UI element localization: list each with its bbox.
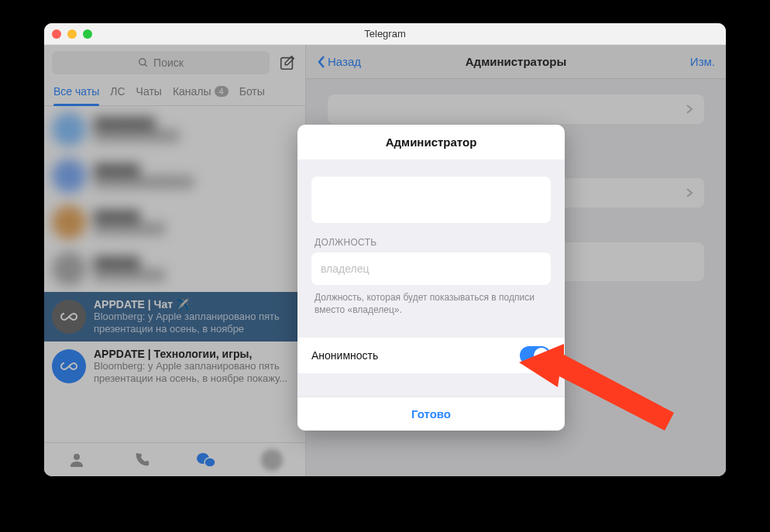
done-button[interactable]: Готово — [297, 396, 565, 431]
settings-tab[interactable] — [261, 449, 283, 471]
avatar — [52, 300, 86, 334]
search-row: Поиск — [44, 45, 305, 79]
back-label: Назад — [328, 55, 361, 68]
chats-icon — [196, 451, 216, 469]
bottom-bar — [44, 442, 305, 476]
chat-text: APPDATE | Чат ✈️ Bloomberg: у Apple запл… — [94, 298, 297, 335]
chevron-right-icon — [686, 104, 693, 115]
modal-divider — [297, 373, 565, 396]
svg-point-3 — [74, 454, 80, 460]
chat-preview: Bloomberg: у Apple запланировано пять пр… — [94, 311, 297, 335]
tab-label: Все чаты — [53, 85, 99, 98]
tab-label: Боты — [239, 85, 265, 98]
modal-title: Администратор — [297, 125, 565, 160]
role-section-label: ДОЛЖНОСТЬ — [311, 237, 551, 248]
minimize-window-button[interactable] — [67, 29, 77, 39]
chats-tab[interactable] — [196, 450, 216, 470]
role-hint: Должность, которая будет показываться в … — [311, 290, 551, 328]
tab-all-chats[interactable]: Все чаты — [53, 79, 99, 105]
search-placeholder: Поиск — [153, 57, 184, 69]
avatar — [52, 349, 86, 383]
detail-title: Администраторы — [306, 55, 726, 68]
modal-body: ДОЛЖНОСТЬ Должность, которая будет показ… — [297, 160, 565, 338]
chat-title: APPDATE | Технологии, игры, — [94, 348, 297, 360]
tab-badge: 4 — [215, 86, 229, 97]
chat-preview: Bloomberg: у Apple запланировано пять пр… — [94, 360, 297, 385]
svg-point-0 — [139, 59, 146, 65]
role-input-wrap — [311, 252, 551, 285]
close-window-button[interactable] — [52, 29, 61, 39]
anonymity-row: Анонимность — [297, 338, 565, 373]
chat-text: APPDATE | Технологии, игры, Bloomberg: у… — [94, 348, 297, 385]
role-input[interactable] — [321, 263, 541, 275]
search-input[interactable]: Поиск — [52, 51, 270, 74]
edit-button[interactable]: Изм. — [690, 55, 715, 68]
contacts-tab[interactable] — [67, 450, 87, 470]
tab-chats[interactable]: Чаты — [136, 79, 162, 105]
svg-point-5 — [205, 458, 215, 467]
app-window: Telegram Поиск Все чаты ЛС Чаты Каналы — [44, 23, 726, 476]
chat-title: APPDATE | Чат ✈️ — [94, 298, 297, 311]
person-icon — [67, 451, 86, 469]
sidebar: Поиск Все чаты ЛС Чаты Каналы 4 Боты — [44, 45, 306, 476]
tab-bots[interactable]: Боты — [239, 79, 265, 105]
search-icon — [138, 57, 149, 68]
infinity-icon — [60, 357, 78, 376]
admin-modal: Администратор ДОЛЖНОСТЬ Должность, котор… — [297, 125, 565, 431]
svg-rect-2 — [281, 58, 293, 70]
detail-row[interactable] — [328, 94, 704, 124]
chat-list-blurred: ████████████████████ ███████████████████… — [44, 106, 305, 292]
window-title: Telegram — [44, 28, 726, 39]
anonymity-label: Анонимность — [311, 349, 378, 362]
infinity-icon — [60, 307, 78, 326]
phone-icon — [133, 451, 150, 469]
chat-item-selected[interactable]: APPDATE | Чат ✈️ Bloomberg: у Apple запл… — [44, 292, 305, 342]
folder-tabs: Все чаты ЛС Чаты Каналы 4 Боты — [44, 79, 305, 106]
calls-tab[interactable] — [132, 450, 152, 470]
maximize-window-button[interactable] — [83, 29, 92, 39]
svg-line-1 — [145, 64, 147, 67]
traffic-lights — [52, 29, 92, 39]
back-button[interactable]: Назад — [317, 55, 361, 69]
titlebar: Telegram — [44, 23, 726, 45]
tab-channels[interactable]: Каналы 4 — [173, 79, 229, 105]
chat-list[interactable]: ████████████████████ ███████████████████… — [44, 106, 305, 442]
tab-label: Чаты — [136, 85, 162, 98]
chevron-left-icon — [317, 55, 326, 69]
chat-item[interactable]: APPDATE | Технологии, игры, Bloomberg: у… — [44, 342, 305, 391]
tab-label: ЛС — [110, 85, 125, 98]
chevron-right-icon — [686, 187, 693, 198]
detail-header: Назад Администраторы Изм. — [306, 45, 726, 79]
tab-label: Каналы — [173, 85, 211, 98]
compose-button[interactable] — [277, 53, 297, 73]
tab-dm[interactable]: ЛС — [110, 79, 125, 105]
admin-user-card — [311, 177, 551, 223]
compose-icon — [279, 54, 296, 71]
anonymity-toggle[interactable] — [520, 346, 551, 365]
